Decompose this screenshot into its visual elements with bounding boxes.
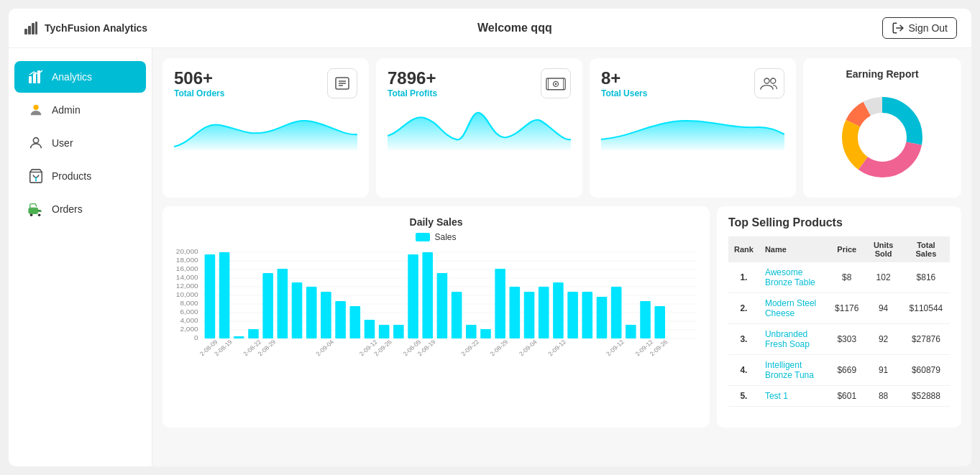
app-body: Analytics Admin (9, 48, 971, 466)
svg-rect-64 (365, 320, 375, 338)
name-cell: Intelligent Bronze Tuna (759, 355, 829, 386)
legend-color (416, 233, 430, 241)
total-cell: $27876 (902, 324, 950, 355)
table-row: 1. Awesome Bronze Table $8 102 $816 (728, 262, 950, 293)
svg-rect-60 (306, 287, 317, 338)
svg-rect-75 (524, 292, 535, 338)
sidebar-item-user-label: User (52, 137, 73, 149)
total-cell: $60879 (902, 355, 950, 386)
sidebar-item-analytics[interactable]: Analytics (14, 61, 146, 93)
sidebar-item-user[interactable]: User (14, 127, 146, 159)
svg-text:12,000: 12,000 (176, 282, 198, 290)
orders-stat-icon (327, 68, 357, 98)
chart-legend: Sales (174, 232, 698, 242)
total-cell: $816 (902, 262, 950, 293)
svg-rect-84 (654, 306, 665, 338)
svg-rect-55 (234, 336, 244, 338)
svg-text:2-08-29: 2-08-29 (488, 338, 510, 357)
users-mini-chart (601, 107, 784, 150)
name-cell: Awesome Bronze Table (759, 262, 829, 293)
table-row: 3. Unbranded Fresh Soap $303 92 $27876 (728, 324, 950, 355)
table-row: 2. Modern Steel Cheese $1176 94 $110544 (728, 293, 950, 324)
bar-chart: 20,000 18,000 16,000 14,000 12,000 10,00… (174, 245, 698, 418)
price-cell: $601 (829, 386, 864, 407)
sidebar-item-products-label: Products (52, 170, 91, 182)
user-icon (27, 134, 45, 152)
stats-row: 506+ Total Orders (162, 58, 961, 198)
svg-rect-71 (466, 325, 477, 338)
units-cell: 92 (864, 324, 902, 355)
units-cell: 102 (864, 262, 902, 293)
svg-text:10,000: 10,000 (176, 291, 198, 298)
svg-text:4,000: 4,000 (180, 317, 198, 324)
name-cell: Unbranded Fresh Soap (759, 324, 829, 355)
users-stat-icon (754, 68, 784, 98)
svg-rect-54 (219, 252, 230, 338)
top-products-card: Top Selling Products Rank Name Price Uni… (717, 206, 961, 428)
stat-card-orders: 506+ Total Orders (162, 58, 369, 198)
svg-rect-53 (205, 254, 216, 338)
sidebar-item-admin[interactable]: Admin (14, 94, 146, 126)
svg-rect-68 (422, 252, 433, 338)
donut-chart (832, 87, 933, 188)
table-row: 4. Intelligent Bronze Tuna $669 91 $6087… (728, 355, 950, 386)
svg-text:16,000: 16,000 (176, 265, 198, 272)
stat-users-value: 8+ (601, 68, 647, 88)
svg-rect-77 (553, 282, 564, 338)
svg-text:2-09-12: 2-09-12 (605, 338, 626, 357)
svg-rect-0 (24, 29, 27, 34)
logo-icon (23, 20, 39, 36)
col-units: Units Sold (864, 236, 902, 262)
stat-orders-value: 506+ (174, 68, 224, 88)
svg-text:2,000: 2,000 (180, 326, 198, 333)
sidebar-item-analytics-label: Analytics (52, 71, 92, 83)
table-row: 5. Test 1 $601 88 $52888 (728, 386, 950, 407)
profits-stat-icon (541, 68, 571, 98)
svg-rect-83 (640, 301, 651, 338)
svg-rect-79 (582, 292, 592, 338)
main-content: 506+ Total Orders (152, 48, 971, 466)
units-cell: 94 (864, 293, 902, 324)
svg-text:2-09-04: 2-09-04 (518, 338, 539, 357)
svg-rect-65 (379, 325, 390, 338)
svg-rect-63 (349, 306, 360, 338)
svg-rect-76 (539, 287, 549, 338)
rank-cell: 5. (728, 386, 759, 407)
svg-rect-73 (495, 269, 505, 338)
svg-rect-62 (335, 301, 346, 338)
total-cell: $52888 (902, 386, 950, 407)
earning-report-title: Earning Report (846, 68, 918, 80)
col-name: Name (759, 236, 829, 262)
units-cell: 88 (864, 386, 902, 407)
svg-point-24 (771, 78, 776, 83)
stat-profits-label: Total Profits (388, 88, 437, 98)
legend-label: Sales (434, 232, 456, 242)
svg-rect-66 (393, 325, 404, 338)
top-products-title: Top Selling Products (728, 216, 950, 229)
sidebar-item-orders-label: Orders (52, 203, 83, 215)
signout-button[interactable]: Sign Out (882, 17, 957, 39)
svg-rect-82 (626, 325, 636, 338)
svg-rect-11 (29, 208, 38, 213)
svg-text:0: 0 (194, 334, 198, 341)
stat-card-profits: 7896+ Total Profits (376, 58, 582, 198)
sidebar-item-orders[interactable]: Orders (14, 193, 146, 225)
svg-point-12 (30, 213, 33, 216)
svg-text:18,000: 18,000 (176, 257, 198, 264)
svg-text:6,000: 6,000 (180, 308, 198, 315)
admin-icon (27, 101, 45, 119)
svg-rect-67 (408, 254, 418, 338)
earning-report-card: Earning Report (803, 58, 961, 198)
svg-rect-78 (567, 292, 578, 338)
logo-text: TychFusion Analytics (45, 22, 147, 34)
products-table: Rank Name Price Units Sold Total Sales 1… (728, 236, 950, 407)
svg-point-13 (38, 213, 41, 216)
col-total: Total Sales (902, 236, 950, 262)
price-cell: $669 (829, 355, 864, 386)
rank-cell: 2. (728, 293, 759, 324)
sidebar: Analytics Admin (9, 48, 152, 466)
stat-users-label: Total Users (601, 88, 647, 98)
svg-rect-61 (321, 292, 331, 338)
sidebar-item-products[interactable]: Products (14, 160, 146, 192)
stat-card-users: 8+ Total Users (590, 58, 796, 198)
